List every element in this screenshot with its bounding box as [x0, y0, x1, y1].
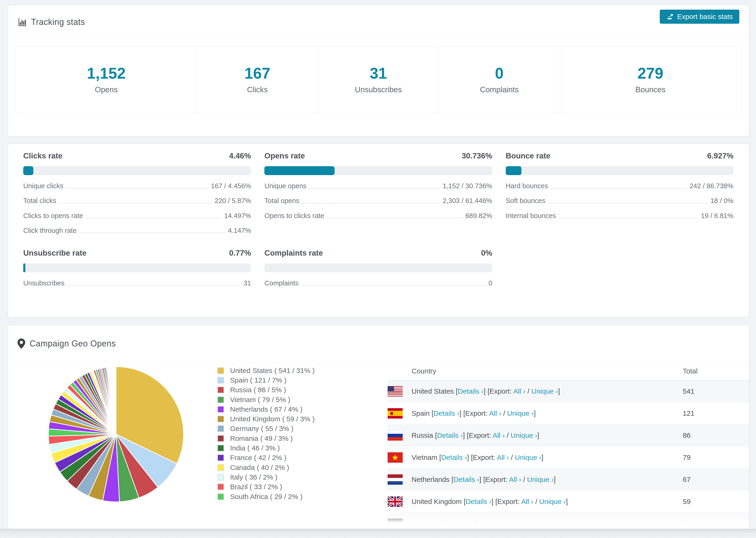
- legend-swatch: [217, 377, 224, 384]
- dotted-leader: [327, 218, 463, 218]
- legend-swatch: [217, 464, 224, 471]
- rate-row-label: Complaints: [264, 279, 298, 287]
- rate-row-value: 14.497%: [224, 212, 251, 220]
- legend-swatch: [217, 474, 224, 480]
- details-link[interactable]: Details ›: [465, 498, 491, 506]
- legend-swatch: [217, 484, 224, 490]
- country-cell: Germany [Details ›] [Export: All › / Uni…: [411, 520, 547, 528]
- rate-row-value: 2,303 / 61.446%: [443, 197, 492, 205]
- page-title: Tracking stats: [31, 17, 85, 27]
- legend-swatch: [217, 397, 224, 403]
- legend-swatch: [217, 406, 224, 413]
- details-link[interactable]: Details ›: [437, 431, 463, 439]
- bracket-text: /: [521, 476, 527, 483]
- bracket-text: [Export:: [467, 431, 493, 439]
- legend-label: Vietnam ( 79 / 5% ): [230, 396, 290, 404]
- legend-label: Netherlands ( 67 / 4% ): [230, 405, 302, 413]
- country-cell: United Kingdom [Details ›] [Export: All …: [411, 498, 568, 506]
- rate-row-unique-clicks: Unique clicks167 / 4.456%: [23, 182, 251, 190]
- dotted-leader: [301, 286, 486, 286]
- legend-label: United Kingdom ( 59 / 3% ): [230, 415, 315, 423]
- legend-item-germany: Germany ( 55 / 3% ): [217, 424, 349, 434]
- rate-block-bounce-rate: Bounce rate6.927%Hard bounces242 / 86.73…: [506, 152, 733, 235]
- legend-item-romania: Romania ( 49 / 3% ): [217, 434, 349, 443]
- geo-pie-chart[interactable]: [45, 364, 187, 505]
- bracket-text: /: [509, 454, 515, 461]
- export-all-link[interactable]: All ›: [493, 431, 505, 439]
- bracket-text: ]: [537, 431, 539, 439]
- progress-bar-track: [23, 263, 251, 272]
- dotted-leader: [309, 188, 440, 188]
- rate-row-label: Opens to clicks rate: [264, 212, 324, 220]
- de-flag-icon: [388, 518, 403, 529]
- export-unique-link[interactable]: Unique ›: [518, 520, 545, 527]
- legend-label: South Africa ( 29 / 2% ): [230, 493, 302, 501]
- rate-row-total-clicks: Total clicks220 / 5.87%: [23, 197, 251, 205]
- legend-item-united-kingdom: United Kingdom ( 59 / 3% ): [217, 414, 349, 424]
- bracket-text: [: [439, 454, 441, 461]
- export-all-link[interactable]: All ›: [500, 520, 512, 527]
- export-all-link[interactable]: All ›: [509, 476, 521, 483]
- details-link[interactable]: Details ›: [441, 454, 467, 461]
- legend-swatch: [217, 455, 224, 461]
- export-unique-link[interactable]: Unique ›: [511, 431, 537, 439]
- bracket-text: [Export:: [483, 476, 509, 483]
- details-link[interactable]: Details ›: [445, 520, 470, 527]
- pie-slice-other-48[interactable]: [116, 367, 116, 434]
- details-link[interactable]: Details ›: [458, 387, 484, 395]
- rate-row-label: Unique clicks: [23, 182, 63, 190]
- stat-label: Opens: [95, 85, 118, 94]
- export-basic-stats-button[interactable]: Export basic stats: [660, 10, 739, 24]
- rate-title: Opens rate: [264, 152, 305, 160]
- dotted-leader: [67, 286, 241, 286]
- rate-row-clicks-to-opens-rate: Clicks to opens rate14.497%: [23, 212, 251, 220]
- legend-label: Canada ( 40 / 2% ): [230, 463, 289, 471]
- rate-head: Unsubscribe rate0.77%: [23, 249, 251, 257]
- rate-row-click-through-rate: Click through rate4.147%: [23, 227, 251, 235]
- rate-row-value: 220 / 5.87%: [215, 197, 251, 205]
- export-all-link[interactable]: All ›: [521, 498, 533, 506]
- rate-block-clicks-rate: Clicks rate4.46%Unique clicks167 / 4.456…: [23, 152, 251, 235]
- details-link[interactable]: Details ›: [433, 409, 459, 417]
- rate-percent-value: 30.736%: [461, 152, 492, 160]
- legend-item-canada: Canada ( 40 / 2% ): [217, 463, 349, 472]
- geo-pie-legend: United States ( 541 / 31% )Spain ( 121 /…: [217, 362, 349, 501]
- rate-title: Bounce rate: [506, 152, 551, 160]
- export-button-label: Export basic stats: [677, 13, 733, 21]
- bracket-text: ]: [545, 520, 547, 527]
- rate-row-value: 31: [243, 279, 251, 287]
- tracking-stats-header: Tracking stats Export basic stats: [8, 5, 749, 39]
- legend-label: United States ( 541 / 31% ): [230, 367, 315, 375]
- export-all-link[interactable]: All ›: [513, 387, 526, 395]
- vn-flag-icon: [388, 452, 403, 463]
- rate-row-label: Internal bounces: [506, 212, 556, 220]
- rate-row-label: Click through rate: [23, 227, 77, 235]
- es-flag-icon: [388, 408, 403, 418]
- export-unique-link[interactable]: Unique ›: [527, 476, 554, 483]
- export-unique-link[interactable]: Unique ›: [507, 409, 534, 417]
- progress-bar-fill: [23, 166, 33, 175]
- export-all-link[interactable]: All ›: [497, 454, 509, 461]
- rates-grid: Clicks rate4.46%Unique clicks167 / 4.456…: [16, 152, 741, 287]
- stat-label: Clicks: [247, 85, 268, 94]
- total-value: 79: [683, 454, 690, 461]
- export-unique-link[interactable]: Unique ›: [515, 454, 541, 461]
- rate-row-value: 242 / 86.738%: [689, 182, 733, 190]
- bracket-text: [: [443, 520, 445, 527]
- total-value: 541: [683, 387, 694, 395]
- table-row-netherlands: Netherlands [Details ›] [Export: All › /…: [388, 468, 749, 491]
- rate-row-label: Soft bounces: [506, 197, 545, 205]
- bracket-text: ]: [491, 498, 493, 506]
- details-link[interactable]: Details ›: [453, 476, 479, 483]
- bracket-text: [: [464, 498, 465, 506]
- export-unique-link[interactable]: Unique ›: [531, 387, 558, 395]
- export-all-link[interactable]: All ›: [489, 409, 501, 417]
- rate-title: Complaints rate: [264, 249, 323, 257]
- export-unique-link[interactable]: Unique ›: [539, 498, 566, 506]
- legend-label: Romania ( 49 / 3% ): [230, 435, 293, 443]
- progress-bar-fill: [506, 166, 521, 175]
- tracking-stats-card: Tracking stats Export basic stats 1,152O…: [8, 5, 749, 136]
- stat-cell-bounces: 279Bounces: [560, 46, 741, 113]
- map-marker-icon: [17, 339, 26, 349]
- total-value: 121: [683, 409, 694, 417]
